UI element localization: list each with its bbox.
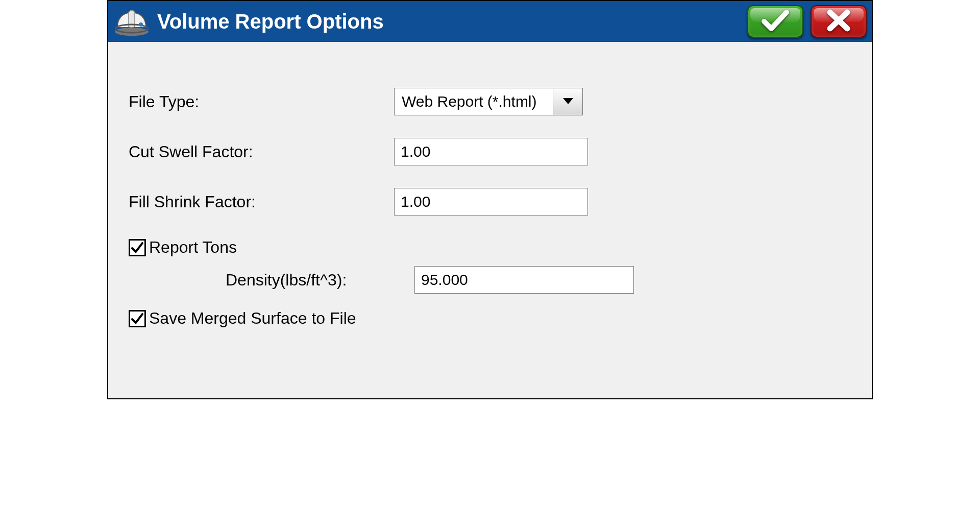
fill-shrink-label: Fill Shrink Factor: — [129, 193, 394, 211]
volume-report-options-dialog: Volume Report Options File Type: Web Rep… — [107, 0, 873, 399]
file-type-label: File Type: — [129, 92, 394, 111]
dialog-content: File Type: Web Report (*.html) Cut Swell… — [108, 42, 872, 398]
svg-point-2 — [139, 22, 143, 27]
cut-swell-input[interactable] — [394, 138, 588, 165]
save-merged-label: Save Merged Surface to File — [149, 309, 356, 328]
report-tons-checkbox[interactable] — [129, 239, 146, 256]
report-tons-label: Report Tons — [149, 238, 237, 257]
hardhat-icon — [113, 6, 150, 37]
file-type-value: Web Report (*.html) — [395, 88, 553, 115]
close-icon — [826, 9, 851, 34]
dialog-title: Volume Report Options — [157, 10, 740, 33]
file-type-select[interactable]: Web Report (*.html) — [394, 88, 583, 115]
titlebar: Volume Report Options — [108, 1, 872, 42]
fill-shrink-input[interactable] — [394, 188, 588, 215]
save-merged-checkbox[interactable] — [129, 310, 146, 327]
density-input[interactable] — [414, 266, 634, 294]
density-label: Density(lbs/ft^3): — [129, 271, 414, 290]
cut-swell-label: Cut Swell Factor: — [129, 142, 394, 161]
cancel-button[interactable] — [811, 5, 867, 38]
chevron-down-icon — [553, 88, 582, 115]
check-icon — [761, 9, 790, 34]
ok-button[interactable] — [747, 5, 803, 38]
